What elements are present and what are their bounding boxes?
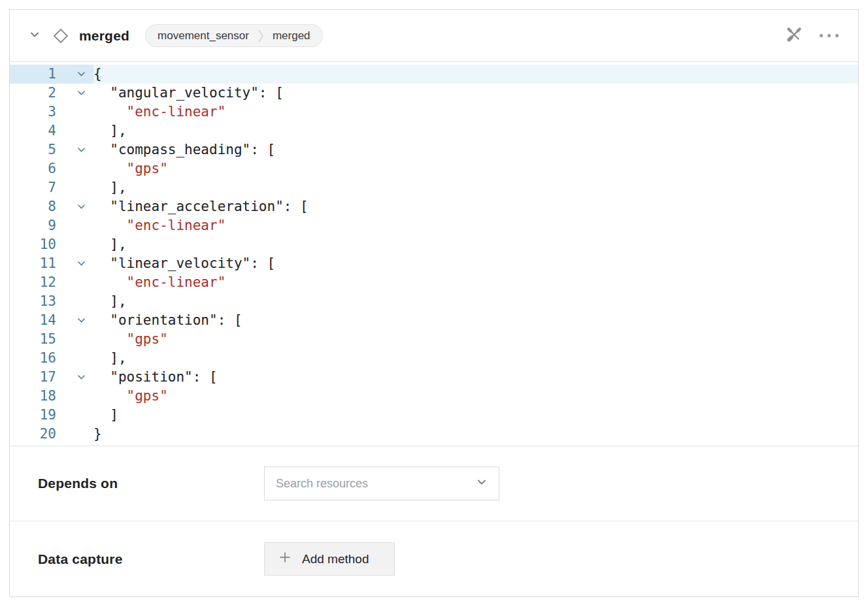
fold-toggle-chevron-icon[interactable] <box>56 254 93 273</box>
fold-gutter <box>56 178 93 197</box>
component-card: merged movement_sensor merged <box>9 9 859 597</box>
code-text: "enc-linear" <box>93 103 858 122</box>
depends-on-select[interactable] <box>264 466 499 500</box>
depends-on-label: Depends on <box>38 476 264 491</box>
code-line: 3 "enc-linear" <box>10 103 858 122</box>
fold-gutter <box>56 273 93 292</box>
depends-on-section: Depends on <box>10 446 858 521</box>
data-capture-section: Data capture Add method <box>10 521 858 597</box>
code-text: "compass_heading": [ <box>93 140 858 159</box>
code-text: "orientation": [ <box>93 311 858 330</box>
code-line: 15 "gps" <box>10 330 858 349</box>
fold-toggle-chevron-icon[interactable] <box>56 197 93 216</box>
code-text: "gps" <box>93 330 858 349</box>
line-number: 18 <box>10 387 56 406</box>
code-text: "angular_velocity": [ <box>93 84 858 103</box>
fold-gutter <box>56 159 93 178</box>
line-number: 20 <box>10 425 56 444</box>
code-text: "enc-linear" <box>93 216 858 235</box>
code-text: "linear_acceleration": [ <box>93 197 858 216</box>
wrench-screwdriver-icon <box>786 26 803 45</box>
line-number: 14 <box>10 311 56 330</box>
fold-gutter <box>56 122 93 140</box>
code-line: 19 ] <box>10 406 858 425</box>
code-text: "enc-linear" <box>93 273 858 292</box>
code-line: 5 "compass_heading": [ <box>10 140 858 159</box>
code-text: "position": [ <box>93 368 858 387</box>
line-number: 17 <box>10 368 56 387</box>
line-number: 3 <box>10 103 56 122</box>
line-number: 4 <box>10 122 56 140</box>
line-number: 2 <box>10 84 56 103</box>
json-editor[interactable]: 1{2 "angular_velocity": [3 "enc-linear"4… <box>10 62 858 446</box>
line-number: 6 <box>10 159 56 178</box>
line-number: 9 <box>10 216 56 235</box>
fold-gutter <box>56 235 93 254</box>
code-text: ], <box>93 178 858 197</box>
fold-gutter <box>56 425 93 444</box>
line-number: 8 <box>10 197 56 216</box>
code-text: ], <box>93 349 858 368</box>
code-line: 11 "linear_velocity": [ <box>10 254 858 273</box>
code-text: "linear_velocity": [ <box>93 254 858 273</box>
data-capture-label: Data capture <box>38 551 264 567</box>
line-number: 16 <box>10 349 56 368</box>
code-text: } <box>93 425 858 444</box>
more-menu-button[interactable] <box>817 31 841 40</box>
fold-toggle-chevron-icon[interactable] <box>56 368 93 387</box>
code-line: 12 "enc-linear" <box>10 273 858 292</box>
fold-gutter <box>56 387 93 406</box>
code-line: 18 "gps" <box>10 387 858 406</box>
code-line: 17 "position": [ <box>10 368 858 387</box>
code-line: 16 ], <box>10 349 858 368</box>
code-text: "gps" <box>93 387 858 406</box>
breadcrumb-model: merged <box>273 29 310 42</box>
code-line: 10 ], <box>10 235 858 254</box>
breadcrumb-type: movement_sensor <box>158 29 249 42</box>
code-line: 2 "angular_velocity": [ <box>10 84 858 103</box>
add-method-button[interactable]: Add method <box>264 542 395 576</box>
fold-gutter <box>56 216 93 235</box>
tools-button[interactable] <box>783 24 805 48</box>
code-line: 13 ], <box>10 292 858 311</box>
code-text: "gps" <box>93 159 858 178</box>
add-method-label: Add method <box>302 552 369 566</box>
collapse-button[interactable] <box>27 27 42 44</box>
code-line: 8 "linear_acceleration": [ <box>10 197 858 216</box>
code-line: 9 "enc-linear" <box>10 216 858 235</box>
code-text: ], <box>93 122 858 140</box>
line-number: 5 <box>10 140 56 159</box>
code-text: ] <box>93 406 858 425</box>
code-line: 1{ <box>10 65 858 84</box>
component-diamond-icon <box>51 26 71 46</box>
search-resources-input[interactable] <box>275 476 476 491</box>
fold-gutter <box>56 103 93 122</box>
component-header: merged movement_sensor merged <box>10 10 858 62</box>
code-text: ], <box>93 292 858 311</box>
fold-toggle-chevron-icon[interactable] <box>56 140 93 159</box>
line-number: 1 <box>10 65 56 84</box>
component-title: merged <box>79 28 129 44</box>
line-number: 7 <box>10 178 56 197</box>
code-text: ], <box>93 235 858 254</box>
fold-toggle-chevron-icon[interactable] <box>56 65 93 84</box>
chevron-down-icon <box>29 29 41 42</box>
line-number: 15 <box>10 330 56 349</box>
chevron-right-icon <box>258 29 264 43</box>
line-number: 13 <box>10 292 56 311</box>
line-number: 11 <box>10 254 56 273</box>
fold-toggle-chevron-icon[interactable] <box>56 84 93 103</box>
line-number: 12 <box>10 273 56 292</box>
code-line: 14 "orientation": [ <box>10 311 858 330</box>
code-line: 6 "gps" <box>10 159 858 178</box>
line-number: 19 <box>10 406 56 425</box>
code-line: 4 ], <box>10 122 858 140</box>
ellipsis-icon <box>820 34 839 37</box>
breadcrumb: movement_sensor merged <box>145 24 322 47</box>
fold-gutter <box>56 349 93 368</box>
code-text: { <box>93 65 858 84</box>
chevron-down-icon <box>476 477 487 490</box>
fold-toggle-chevron-icon[interactable] <box>56 311 93 330</box>
plus-icon <box>278 550 292 568</box>
fold-gutter <box>56 292 93 311</box>
